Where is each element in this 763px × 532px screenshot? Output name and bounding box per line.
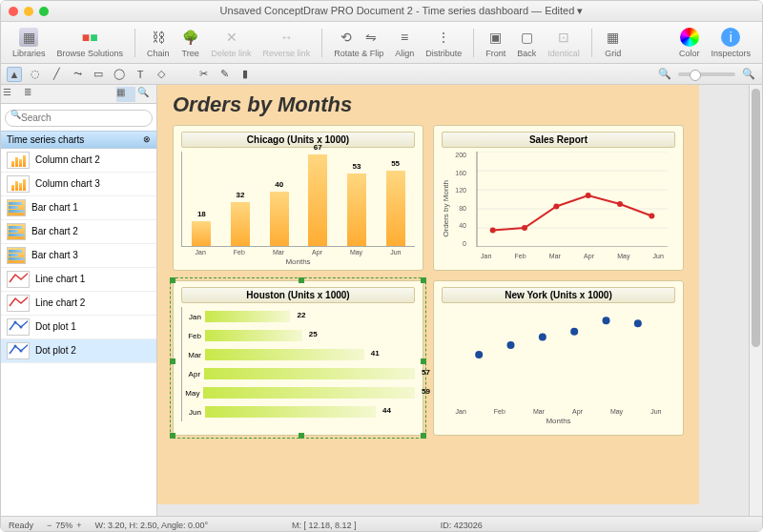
back-button[interactable]: ▢Back — [513, 28, 540, 58]
lasso-tool[interactable]: ◌ — [28, 67, 43, 82]
library-item-label: Column chart 3 — [35, 178, 100, 189]
color-button[interactable]: Color — [675, 28, 704, 58]
zoom-value: 75% — [55, 521, 72, 530]
identical-button[interactable]: ⊡Identical — [544, 28, 584, 58]
library-item-label: Bar chart 2 — [31, 226, 78, 236]
connector-tool[interactable]: ⤳ — [70, 67, 85, 82]
inspectors-icon: i — [721, 28, 740, 47]
library-item[interactable]: Column chart 3 — [1, 173, 156, 196]
chart-body: JanFebMarAprMayJunMonths — [442, 307, 675, 421]
color-icon — [680, 28, 699, 47]
main-toolbar: ▦ Libraries ■■ Browse Solutions ⛓Chain 🌳… — [1, 22, 762, 64]
chain-icon: ⛓ — [149, 28, 168, 47]
canvas-page[interactable]: Orders by Months Chicago (Units x 1000)1… — [157, 85, 699, 504]
rect-tool[interactable]: ▭ — [91, 67, 106, 82]
canvas-area[interactable]: Orders by Months Chicago (Units x 1000)1… — [157, 85, 762, 516]
library-item-label: Bar chart 1 — [31, 202, 78, 213]
tab-list-icon[interactable]: ☰ — [3, 87, 22, 102]
shape-tool[interactable]: ◇ — [154, 67, 169, 82]
tree-tool-button[interactable]: 🌳Tree — [177, 28, 204, 58]
reverse-link-icon: ↔ — [277, 28, 296, 47]
libraries-button[interactable]: ▦ Libraries — [9, 28, 50, 58]
front-button[interactable]: ▣Front — [482, 28, 509, 58]
library-item[interactable]: Line chart 1 — [1, 268, 156, 292]
library-item[interactable]: Line chart 2 — [1, 292, 156, 316]
eyedrop-tool[interactable]: ✎ — [217, 67, 232, 82]
zoom-plus-icon[interactable]: + — [76, 521, 81, 530]
chart-0[interactable]: Chicago (Units x 1000)183240675355JanFeb… — [173, 125, 423, 271]
zoom-out-icon[interactable]: 🔍 — [657, 67, 672, 82]
ellipse-tool[interactable]: ◯ — [112, 67, 127, 82]
sidebar-tabs: ☰ ≣ ▦ 🔍 — [1, 85, 156, 104]
status-mouse: M: [ 12.18, 8.12 ] — [292, 521, 357, 530]
library-item[interactable]: Bar chart 1 — [1, 196, 156, 220]
rotate-icon: ⟲ — [337, 28, 356, 47]
inspectors-button[interactable]: iInspectors — [707, 28, 754, 58]
svg-point-13 — [522, 225, 527, 231]
maximize-button[interactable] — [39, 7, 49, 16]
minimize-button[interactable] — [24, 7, 33, 16]
select-tool[interactable]: ▲ — [7, 67, 22, 82]
rotate-flip-button[interactable]: ⟲⇋Rotate & Flip — [330, 28, 387, 58]
library-item-label: Dot plot 2 — [35, 345, 76, 356]
library-item[interactable]: Column chart 2 — [1, 149, 156, 173]
library-item-label: Line chart 1 — [35, 274, 85, 284]
chart-body: 183240675355JanFebMarAprMayJunMonths — [181, 152, 415, 266]
tab-grid-icon[interactable]: ▦ — [116, 87, 135, 102]
window-controls — [9, 7, 49, 16]
zoom-in-icon[interactable]: 🔍 — [741, 67, 756, 82]
svg-point-20 — [539, 333, 546, 340]
tab-search-icon[interactable]: 🔍 — [137, 87, 156, 102]
tool-icon-row: ▲ ◌ ╱ ⤳ ▭ ◯ T ◇ ✂ ✎ ▮ 🔍 🔍 — [1, 64, 762, 85]
svg-point-17 — [649, 214, 654, 219]
svg-point-22 — [603, 317, 610, 324]
text-tool[interactable]: T — [133, 67, 148, 82]
chart-title: Houston (Units x 1000) — [181, 287, 415, 303]
line-tool[interactable]: ╱ — [49, 67, 64, 82]
vertical-scrollbar[interactable] — [749, 85, 762, 516]
zoom-slider[interactable] — [678, 72, 735, 76]
svg-point-23 — [634, 319, 642, 327]
library-item[interactable]: Bar chart 2 — [1, 220, 156, 244]
svg-point-0 — [14, 320, 17, 323]
close-button[interactable] — [9, 7, 18, 16]
library-item-label: Dot plot 1 — [35, 321, 76, 332]
reverse-link-button[interactable]: ↔Reverse link — [259, 28, 315, 58]
svg-point-21 — [570, 328, 578, 336]
align-button[interactable]: ≡Align — [391, 28, 418, 58]
distribute-button[interactable]: ⋮Distribute — [422, 28, 465, 58]
zoom-control[interactable]: − 75% + — [47, 521, 82, 530]
search-input[interactable] — [5, 110, 153, 127]
chart-2[interactable]: Houston (Units x 1000)Jan22Feb25Mar41Apr… — [173, 280, 423, 436]
library-thumb-icon — [7, 342, 30, 359]
status-id: ID: 423026 — [441, 521, 483, 530]
search-box — [1, 104, 156, 131]
titlebar: Unsaved ConceptDraw PRO Document 2 - Tim… — [1, 1, 762, 22]
zoom-minus-icon[interactable]: − — [47, 521, 52, 530]
svg-point-12 — [490, 228, 496, 234]
library-thumb-icon — [7, 271, 30, 288]
crop-tool[interactable]: ✂ — [196, 67, 211, 82]
chain-tool-button[interactable]: ⛓Chain — [143, 28, 174, 58]
library-list: Column chart 2Column chart 3Bar chart 1B… — [1, 149, 156, 517]
browse-icon: ■■ — [80, 28, 99, 47]
grid-button[interactable]: ▦Grid — [600, 28, 627, 58]
delete-link-button[interactable]: ✕Delete link — [208, 28, 256, 58]
library-item[interactable]: Bar chart 3 — [1, 244, 156, 268]
svg-point-3 — [20, 349, 23, 352]
chart-1[interactable]: Sales ReportOrders by Month2001601208040… — [433, 125, 684, 271]
page-title: Orders by Months — [173, 92, 684, 117]
library-item[interactable]: Dot plot 2 — [1, 339, 156, 363]
grid-icon: ▦ — [604, 28, 623, 47]
browse-solutions-button[interactable]: ■■ Browse Solutions — [53, 28, 128, 58]
library-item[interactable]: Dot plot 1 — [1, 316, 156, 339]
tab-outline-icon[interactable]: ≣ — [24, 87, 43, 102]
svg-point-16 — [617, 201, 623, 207]
identical-icon: ⊡ — [554, 28, 573, 47]
delete-link-icon: ✕ — [222, 28, 241, 47]
fill-tool[interactable]: ▮ — [237, 67, 253, 82]
close-library-icon[interactable]: ⊗ — [143, 134, 151, 144]
library-item-label: Column chart 2 — [35, 154, 100, 165]
chart-3[interactable]: New York (Units x 1000)JanFebMarAprMayJu… — [433, 280, 684, 436]
library-header[interactable]: Time series charts ⊗ — [1, 131, 156, 149]
